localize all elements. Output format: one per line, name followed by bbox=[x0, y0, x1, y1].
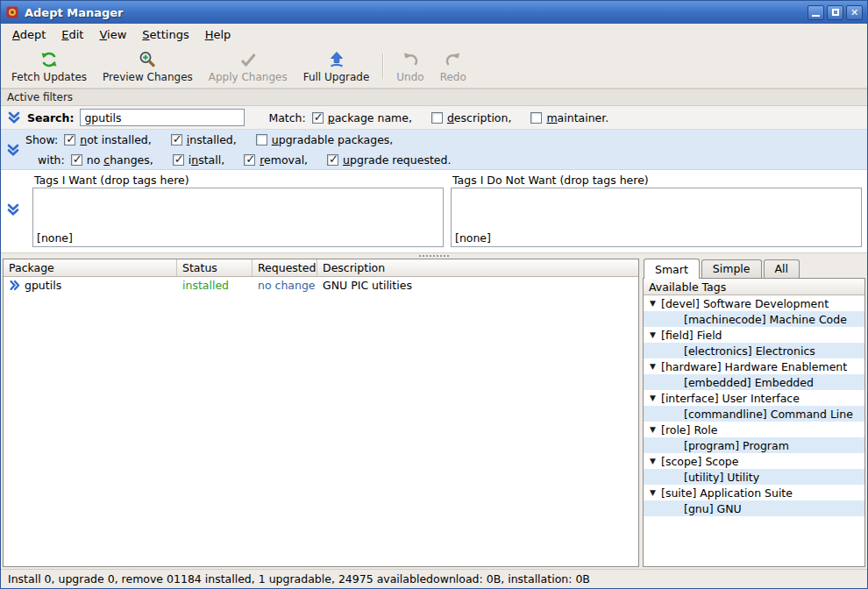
checkbox-label: install, bbox=[189, 153, 224, 167]
window-title: Adept Manager bbox=[25, 6, 802, 19]
checkbox[interactable] bbox=[256, 134, 267, 145]
with-removal-checkbox[interactable]: removal, bbox=[244, 153, 308, 167]
preview-changes-button[interactable]: Preview Changes bbox=[96, 46, 200, 86]
maximize-icon bbox=[832, 9, 839, 16]
checkbox[interactable] bbox=[530, 112, 542, 124]
tag-tree-item[interactable]: ▼[hardware] Hardware Enablement bbox=[644, 358, 864, 374]
checkbox-label: maintainer. bbox=[546, 111, 608, 124]
tags-unwant-empty: [none] bbox=[455, 231, 491, 245]
collapse-arrow-icon[interactable]: ▼ bbox=[650, 299, 661, 308]
column-header-requested[interactable]: Requested bbox=[253, 259, 317, 276]
package-name: gputils bbox=[25, 279, 61, 292]
checkbox[interactable] bbox=[312, 112, 324, 124]
app-icon bbox=[5, 5, 19, 19]
filter-chevron-icon[interactable] bbox=[6, 202, 20, 216]
tags-unwant-zone: Tags I Do Not Want (drop tags here) [non… bbox=[451, 172, 862, 247]
with-no-changes-checkbox[interactable]: no changes, bbox=[71, 153, 153, 167]
search-input[interactable] bbox=[80, 109, 245, 126]
package-status: installed bbox=[177, 279, 253, 292]
tag-tree-item[interactable]: [gnu] GNU bbox=[644, 500, 864, 516]
match-description-checkbox[interactable]: description, bbox=[431, 111, 511, 124]
active-filters-title: Active filters bbox=[1, 89, 867, 106]
menu-edit[interactable]: Edit bbox=[53, 25, 91, 44]
tag-tree-item[interactable]: ▼[devel] Software Development bbox=[644, 295, 864, 311]
full-upgrade-button[interactable]: Full Upgrade bbox=[296, 46, 377, 86]
collapse-arrow-icon[interactable]: ▼ bbox=[650, 362, 661, 371]
tag-tree-item[interactable]: ▼[role] Role bbox=[644, 422, 864, 437]
checkbox-label: upgrade requested. bbox=[343, 153, 451, 167]
collapse-arrow-icon[interactable]: ▼ bbox=[650, 330, 661, 339]
redo-button[interactable]: Redo bbox=[433, 46, 473, 86]
search-label: Search: bbox=[27, 111, 74, 124]
minimize-icon bbox=[812, 15, 820, 17]
menu-settings[interactable]: Settings bbox=[134, 25, 196, 44]
tag-tree-item[interactable]: [machinecode] Machine Code bbox=[644, 311, 864, 327]
filter-chevron-icon[interactable] bbox=[7, 110, 21, 124]
minimize-button[interactable] bbox=[808, 5, 824, 20]
toolbar-separator bbox=[382, 53, 383, 79]
tags-want-dropzone[interactable]: [none] bbox=[32, 188, 444, 247]
checkbox-label: installed, bbox=[187, 133, 237, 146]
toolbar-button-label: Fetch Updates bbox=[11, 71, 87, 83]
tag-tree-item[interactable]: [electronics] Electronics bbox=[644, 343, 864, 358]
tags-unwant-label: Tags I Do Not Want (drop tags here) bbox=[451, 172, 862, 188]
show-installed-checkbox[interactable]: installed, bbox=[171, 133, 237, 146]
close-button[interactable]: ✕ bbox=[846, 5, 863, 20]
tag-tree-item[interactable]: [commandline] Command Line bbox=[644, 406, 864, 422]
package-row[interactable]: gputils installed no change GNU PIC util… bbox=[4, 277, 638, 294]
tab-simple[interactable]: Simple bbox=[701, 259, 762, 278]
tag-tree-item[interactable]: ▼[interface] User Interface bbox=[644, 390, 864, 406]
tab-smart[interactable]: Smart bbox=[644, 259, 700, 279]
tags-unwant-dropzone[interactable]: [none] bbox=[451, 188, 862, 247]
filter-chevron-icon[interactable] bbox=[6, 143, 20, 157]
checkbox[interactable] bbox=[431, 112, 443, 124]
checkbox[interactable] bbox=[64, 134, 75, 145]
column-header-package[interactable]: Package bbox=[4, 259, 177, 276]
tag-tree-item[interactable]: ▼[field] Field bbox=[644, 327, 864, 343]
toolbar: Fetch Updates Preview Changes Apply Chan… bbox=[1, 45, 867, 89]
apply-changes-button[interactable]: Apply Changes bbox=[202, 46, 295, 86]
checkbox[interactable] bbox=[327, 154, 338, 166]
checkbox[interactable] bbox=[71, 154, 82, 166]
toolbar-button-label: Full Upgrade bbox=[303, 71, 370, 83]
tag-filter-area: Tags I Want (drop tags here) [none] Tags… bbox=[1, 170, 867, 252]
column-header-status[interactable]: Status bbox=[177, 259, 253, 276]
tag-tree: ▼[devel] Software Development [machineco… bbox=[644, 295, 864, 566]
tag-tree-item[interactable]: [utility] Utility bbox=[644, 469, 864, 485]
tab-all[interactable]: All bbox=[764, 259, 800, 278]
menu-adept[interactable]: Adept bbox=[4, 25, 53, 44]
menu-view[interactable]: View bbox=[91, 25, 134, 44]
with-line: with: no changes, install, removal, upgr… bbox=[25, 150, 867, 170]
titlebar[interactable]: Adept Manager ✕ bbox=[1, 1, 867, 24]
undo-icon bbox=[401, 49, 420, 69]
adept-manager-window: Adept Manager ✕ Adept Edit View Settings… bbox=[0, 0, 868, 589]
checkbox[interactable] bbox=[244, 154, 255, 166]
toolbar-button-label: Apply Changes bbox=[209, 71, 288, 83]
show-upgradable-checkbox[interactable]: upgradable packages, bbox=[256, 133, 394, 146]
with-upgrade-requested-checkbox[interactable]: upgrade requested. bbox=[327, 153, 451, 167]
undo-button[interactable]: Undo bbox=[389, 46, 430, 86]
menu-help[interactable]: Help bbox=[197, 25, 239, 44]
collapse-arrow-icon[interactable]: ▼ bbox=[650, 394, 661, 402]
match-maintainer-checkbox[interactable]: maintainer. bbox=[530, 111, 608, 124]
tags-want-label: Tags I Want (drop tags here) bbox=[32, 172, 444, 188]
collapse-arrow-icon[interactable]: ▼ bbox=[650, 457, 661, 465]
maximize-button[interactable] bbox=[827, 5, 843, 20]
checkbox[interactable] bbox=[173, 154, 184, 166]
toolbar-button-label: Preview Changes bbox=[103, 71, 193, 83]
fetch-updates-button[interactable]: Fetch Updates bbox=[4, 46, 94, 86]
tag-tree-item[interactable]: ▼[scope] Scope bbox=[644, 453, 864, 469]
collapse-arrow-icon[interactable]: ▼ bbox=[650, 425, 661, 434]
tag-tree-item[interactable]: [embedded] Embedded bbox=[644, 374, 864, 390]
tag-tree-item[interactable]: ▼[suite] Application Suite bbox=[644, 485, 864, 500]
splitter-handle-icon bbox=[419, 255, 449, 257]
with-install-checkbox[interactable]: install, bbox=[173, 153, 224, 167]
column-header-description[interactable]: Description bbox=[317, 259, 638, 276]
tag-tree-item[interactable]: [program] Program bbox=[644, 437, 864, 453]
horizontal-splitter[interactable] bbox=[1, 252, 867, 259]
match-package-name-checkbox[interactable]: package name, bbox=[312, 111, 412, 124]
search-filter-row: Search: Match: package name, description… bbox=[1, 106, 867, 130]
show-not-installed-checkbox[interactable]: not installed, bbox=[64, 133, 151, 146]
collapse-arrow-icon[interactable]: ▼ bbox=[650, 488, 661, 497]
checkbox[interactable] bbox=[171, 134, 182, 145]
